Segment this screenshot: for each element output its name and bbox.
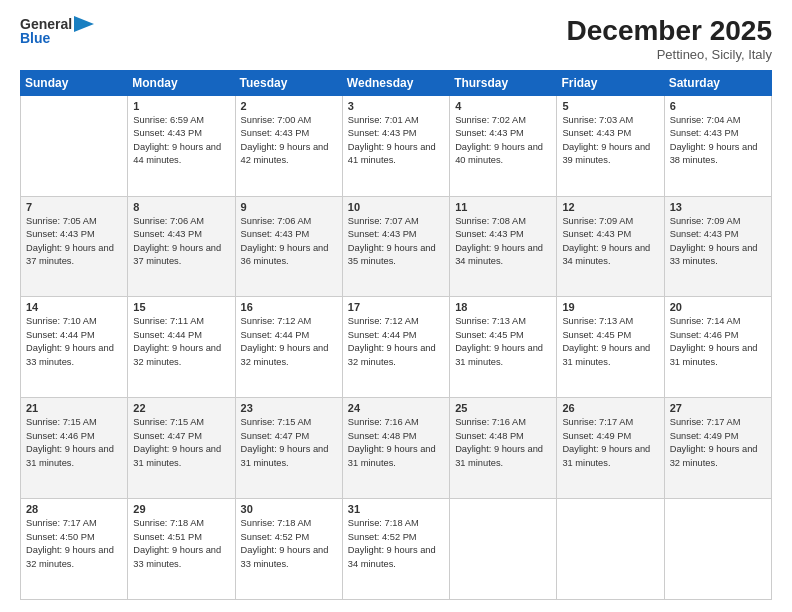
table-row: 26Sunrise: 7:17 AMSunset: 4:49 PMDayligh… bbox=[557, 398, 664, 499]
table-row: 7Sunrise: 7:05 AMSunset: 4:43 PMDaylight… bbox=[21, 196, 128, 297]
day-number: 25 bbox=[455, 402, 551, 414]
table-row: 10Sunrise: 7:07 AMSunset: 4:43 PMDayligh… bbox=[342, 196, 449, 297]
day-info: Sunrise: 7:16 AMSunset: 4:48 PMDaylight:… bbox=[348, 416, 444, 470]
table-row: 28Sunrise: 7:17 AMSunset: 4:50 PMDayligh… bbox=[21, 499, 128, 600]
day-number: 30 bbox=[241, 503, 337, 515]
day-info: Sunrise: 7:12 AMSunset: 4:44 PMDaylight:… bbox=[348, 315, 444, 369]
col-wednesday: Wednesday bbox=[342, 70, 449, 95]
day-info: Sunrise: 7:18 AMSunset: 4:52 PMDaylight:… bbox=[348, 517, 444, 571]
table-row bbox=[21, 95, 128, 196]
col-monday: Monday bbox=[128, 70, 235, 95]
day-info: Sunrise: 7:15 AMSunset: 4:47 PMDaylight:… bbox=[241, 416, 337, 470]
day-number: 17 bbox=[348, 301, 444, 313]
col-thursday: Thursday bbox=[450, 70, 557, 95]
page: General Blue December 2025 Pettineo, Sic… bbox=[0, 0, 792, 612]
table-row bbox=[450, 499, 557, 600]
table-row: 17Sunrise: 7:12 AMSunset: 4:44 PMDayligh… bbox=[342, 297, 449, 398]
header: General Blue December 2025 Pettineo, Sic… bbox=[20, 16, 772, 62]
logo-flag-icon bbox=[74, 16, 94, 32]
day-info: Sunrise: 7:14 AMSunset: 4:46 PMDaylight:… bbox=[670, 315, 766, 369]
table-row: 1Sunrise: 6:59 AMSunset: 4:43 PMDaylight… bbox=[128, 95, 235, 196]
calendar-week-row: 21Sunrise: 7:15 AMSunset: 4:46 PMDayligh… bbox=[21, 398, 772, 499]
day-number: 19 bbox=[562, 301, 658, 313]
table-row: 15Sunrise: 7:11 AMSunset: 4:44 PMDayligh… bbox=[128, 297, 235, 398]
location-subtitle: Pettineo, Sicily, Italy bbox=[567, 47, 772, 62]
table-row: 19Sunrise: 7:13 AMSunset: 4:45 PMDayligh… bbox=[557, 297, 664, 398]
col-tuesday: Tuesday bbox=[235, 70, 342, 95]
day-number: 7 bbox=[26, 201, 122, 213]
table-row: 8Sunrise: 7:06 AMSunset: 4:43 PMDaylight… bbox=[128, 196, 235, 297]
col-friday: Friday bbox=[557, 70, 664, 95]
logo-block: General Blue bbox=[20, 16, 94, 46]
day-info: Sunrise: 7:17 AMSunset: 4:49 PMDaylight:… bbox=[562, 416, 658, 470]
day-number: 23 bbox=[241, 402, 337, 414]
day-number: 14 bbox=[26, 301, 122, 313]
day-info: Sunrise: 7:10 AMSunset: 4:44 PMDaylight:… bbox=[26, 315, 122, 369]
day-info: Sunrise: 7:17 AMSunset: 4:49 PMDaylight:… bbox=[670, 416, 766, 470]
table-row: 20Sunrise: 7:14 AMSunset: 4:46 PMDayligh… bbox=[664, 297, 771, 398]
day-info: Sunrise: 6:59 AMSunset: 4:43 PMDaylight:… bbox=[133, 114, 229, 168]
day-number: 22 bbox=[133, 402, 229, 414]
day-info: Sunrise: 7:15 AMSunset: 4:47 PMDaylight:… bbox=[133, 416, 229, 470]
table-row: 25Sunrise: 7:16 AMSunset: 4:48 PMDayligh… bbox=[450, 398, 557, 499]
calendar-week-row: 14Sunrise: 7:10 AMSunset: 4:44 PMDayligh… bbox=[21, 297, 772, 398]
day-info: Sunrise: 7:18 AMSunset: 4:52 PMDaylight:… bbox=[241, 517, 337, 571]
day-info: Sunrise: 7:07 AMSunset: 4:43 PMDaylight:… bbox=[348, 215, 444, 269]
day-number: 20 bbox=[670, 301, 766, 313]
day-info: Sunrise: 7:08 AMSunset: 4:43 PMDaylight:… bbox=[455, 215, 551, 269]
table-row: 18Sunrise: 7:13 AMSunset: 4:45 PMDayligh… bbox=[450, 297, 557, 398]
day-number: 1 bbox=[133, 100, 229, 112]
day-info: Sunrise: 7:01 AMSunset: 4:43 PMDaylight:… bbox=[348, 114, 444, 168]
day-number: 24 bbox=[348, 402, 444, 414]
table-row: 12Sunrise: 7:09 AMSunset: 4:43 PMDayligh… bbox=[557, 196, 664, 297]
day-info: Sunrise: 7:05 AMSunset: 4:43 PMDaylight:… bbox=[26, 215, 122, 269]
day-number: 6 bbox=[670, 100, 766, 112]
day-number: 12 bbox=[562, 201, 658, 213]
day-info: Sunrise: 7:09 AMSunset: 4:43 PMDaylight:… bbox=[670, 215, 766, 269]
calendar-week-row: 28Sunrise: 7:17 AMSunset: 4:50 PMDayligh… bbox=[21, 499, 772, 600]
day-number: 21 bbox=[26, 402, 122, 414]
day-info: Sunrise: 7:13 AMSunset: 4:45 PMDaylight:… bbox=[562, 315, 658, 369]
day-info: Sunrise: 7:18 AMSunset: 4:51 PMDaylight:… bbox=[133, 517, 229, 571]
table-row: 22Sunrise: 7:15 AMSunset: 4:47 PMDayligh… bbox=[128, 398, 235, 499]
table-row: 9Sunrise: 7:06 AMSunset: 4:43 PMDaylight… bbox=[235, 196, 342, 297]
day-info: Sunrise: 7:03 AMSunset: 4:43 PMDaylight:… bbox=[562, 114, 658, 168]
day-number: 8 bbox=[133, 201, 229, 213]
table-row: 23Sunrise: 7:15 AMSunset: 4:47 PMDayligh… bbox=[235, 398, 342, 499]
day-info: Sunrise: 7:11 AMSunset: 4:44 PMDaylight:… bbox=[133, 315, 229, 369]
day-info: Sunrise: 7:13 AMSunset: 4:45 PMDaylight:… bbox=[455, 315, 551, 369]
day-info: Sunrise: 7:04 AMSunset: 4:43 PMDaylight:… bbox=[670, 114, 766, 168]
day-number: 9 bbox=[241, 201, 337, 213]
day-info: Sunrise: 7:16 AMSunset: 4:48 PMDaylight:… bbox=[455, 416, 551, 470]
table-row: 29Sunrise: 7:18 AMSunset: 4:51 PMDayligh… bbox=[128, 499, 235, 600]
table-row: 3Sunrise: 7:01 AMSunset: 4:43 PMDaylight… bbox=[342, 95, 449, 196]
day-number: 27 bbox=[670, 402, 766, 414]
table-row: 30Sunrise: 7:18 AMSunset: 4:52 PMDayligh… bbox=[235, 499, 342, 600]
day-number: 4 bbox=[455, 100, 551, 112]
day-info: Sunrise: 7:15 AMSunset: 4:46 PMDaylight:… bbox=[26, 416, 122, 470]
day-info: Sunrise: 7:06 AMSunset: 4:43 PMDaylight:… bbox=[241, 215, 337, 269]
table-row bbox=[664, 499, 771, 600]
day-number: 28 bbox=[26, 503, 122, 515]
day-number: 5 bbox=[562, 100, 658, 112]
day-number: 10 bbox=[348, 201, 444, 213]
table-row: 13Sunrise: 7:09 AMSunset: 4:43 PMDayligh… bbox=[664, 196, 771, 297]
table-row: 11Sunrise: 7:08 AMSunset: 4:43 PMDayligh… bbox=[450, 196, 557, 297]
col-saturday: Saturday bbox=[664, 70, 771, 95]
month-title: December 2025 bbox=[567, 16, 772, 47]
table-row: 6Sunrise: 7:04 AMSunset: 4:43 PMDaylight… bbox=[664, 95, 771, 196]
table-row: 31Sunrise: 7:18 AMSunset: 4:52 PMDayligh… bbox=[342, 499, 449, 600]
day-number: 15 bbox=[133, 301, 229, 313]
table-row: 14Sunrise: 7:10 AMSunset: 4:44 PMDayligh… bbox=[21, 297, 128, 398]
title-block: December 2025 Pettineo, Sicily, Italy bbox=[567, 16, 772, 62]
table-row: 5Sunrise: 7:03 AMSunset: 4:43 PMDaylight… bbox=[557, 95, 664, 196]
day-info: Sunrise: 7:00 AMSunset: 4:43 PMDaylight:… bbox=[241, 114, 337, 168]
day-number: 18 bbox=[455, 301, 551, 313]
table-row: 24Sunrise: 7:16 AMSunset: 4:48 PMDayligh… bbox=[342, 398, 449, 499]
table-row: 4Sunrise: 7:02 AMSunset: 4:43 PMDaylight… bbox=[450, 95, 557, 196]
day-number: 3 bbox=[348, 100, 444, 112]
day-info: Sunrise: 7:06 AMSunset: 4:43 PMDaylight:… bbox=[133, 215, 229, 269]
day-info: Sunrise: 7:17 AMSunset: 4:50 PMDaylight:… bbox=[26, 517, 122, 571]
svg-marker-0 bbox=[74, 16, 94, 32]
logo: General Blue bbox=[20, 16, 94, 46]
